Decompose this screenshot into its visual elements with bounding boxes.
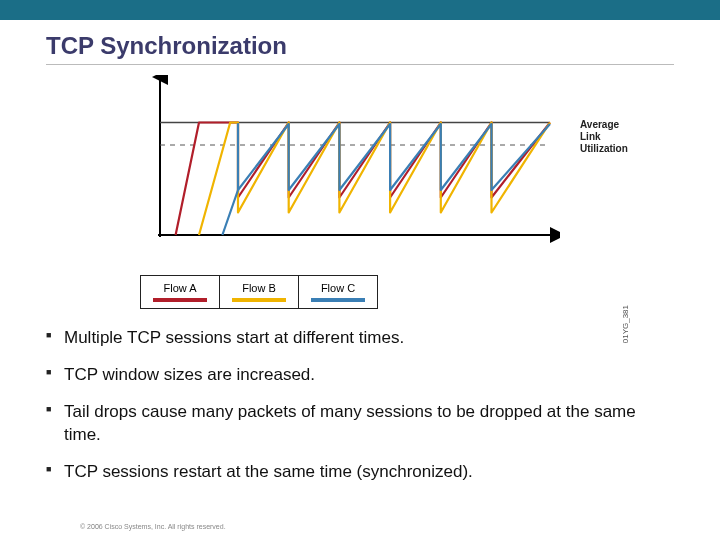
- chart-annotation: Average Link Utilization: [580, 119, 628, 155]
- chart-plot-area: Average Link Utilization 01YG_381: [140, 75, 560, 255]
- legend-swatch: [311, 298, 365, 302]
- bullet-list: Multiple TCP sessions start at different…: [46, 327, 674, 484]
- legend-swatch: [232, 298, 286, 302]
- legend-swatch: [153, 298, 207, 302]
- chart-svg: [140, 75, 560, 255]
- copyright-footer: © 2006 Cisco Systems, Inc. All rights re…: [80, 523, 226, 530]
- bullet-item: Multiple TCP sessions start at different…: [46, 327, 674, 350]
- bullet-item: TCP sessions restart at the same time (s…: [46, 461, 674, 484]
- page-title: TCP Synchronization: [46, 32, 674, 65]
- legend-label: Flow A: [163, 282, 196, 294]
- slide-content: TCP Synchronization Average Link Utiliza…: [0, 20, 720, 484]
- legend-item: Flow B: [220, 275, 299, 309]
- legend-label: Flow B: [242, 282, 276, 294]
- chart-legend: Flow AFlow BFlow C: [140, 275, 610, 309]
- legend-item: Flow C: [299, 275, 378, 309]
- legend-label: Flow C: [321, 282, 355, 294]
- header-color-bar: [0, 0, 720, 20]
- bullet-item: TCP window sizes are increased.: [46, 364, 674, 387]
- chart-container: Average Link Utilization 01YG_381 Flow A…: [46, 75, 674, 309]
- chart-box: Average Link Utilization 01YG_381 Flow A…: [110, 75, 610, 309]
- bullet-item: Tail drops cause many packets of many se…: [46, 401, 674, 447]
- legend-item: Flow A: [140, 275, 220, 309]
